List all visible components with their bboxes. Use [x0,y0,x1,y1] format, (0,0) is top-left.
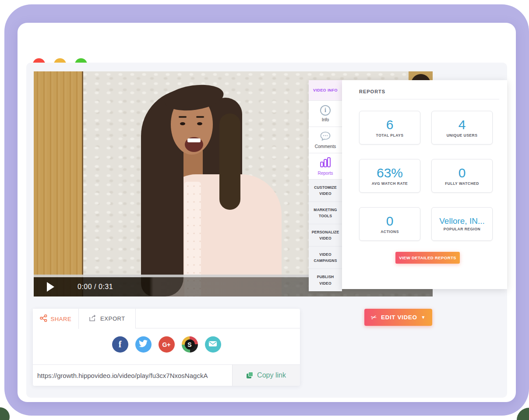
google-plus-share-button[interactable]: G+ [159,336,175,353]
tab-export[interactable]: EXPORT [79,309,136,328]
tab-personalize-video-label: PERSONALIZE VIDEO [310,229,340,242]
stat-value: 6 [386,118,394,132]
video-person-teeth [187,138,201,142]
video-person-brow [179,116,187,118]
video-wood-door [34,71,83,296]
tab-export-label: EXPORT [100,315,125,322]
stat-label: POPULAR REGION [444,227,480,231]
stat-value: Vellore, IN... [439,217,485,226]
content-panel: 0:00 / 0:31 VIDEO INFO i Info [26,63,507,398]
stat-value: 4 [458,118,466,132]
tab-share-label: SHARE [51,316,72,322]
decor-corner-bottom-left [0,407,10,420]
social-icons-row: f G+ S [33,336,300,353]
stat-card-total-plays: 6 TOTAL PLAYS [359,111,420,145]
browser-window: 0:00 / 0:31 VIDEO INFO i Info [18,23,516,402]
stat-label: UNIQUE USERS [447,133,478,138]
export-icon [89,314,97,323]
sway-icon: S [185,339,195,349]
reports-icon [319,157,332,169]
facebook-icon: f [119,339,122,349]
video-sidebar-tabs: VIDEO INFO i Info Comments [309,80,342,291]
tab-comments-label: Comments [315,144,336,149]
stat-label: FULLY WATCHED [445,181,479,186]
video-time-display: 0:00 / 0:31 [78,277,113,296]
facebook-share-button[interactable]: f [112,336,128,353]
tab-personalize-video[interactable]: PERSONALIZE VIDEO [309,224,342,247]
email-icon [208,340,217,349]
tab-publish-video[interactable]: PUBLISH VIDEO [309,269,342,291]
copy-link-button[interactable]: Copy link [232,365,300,386]
share-export-card: SHARE EXPORT f [33,309,300,385]
divider [359,99,499,99]
tab-video-info[interactable]: VIDEO INFO [309,80,342,101]
edit-video-button[interactable]: ✂ EDIT VIDEO ▼ [364,309,432,326]
email-share-button[interactable] [205,336,221,353]
twitter-share-button[interactable] [135,336,152,353]
info-icon: i [320,105,331,116]
stat-value: 0 [458,166,466,180]
share-url-input[interactable] [33,365,232,386]
share-tabbar: SHARE EXPORT [33,309,300,328]
tab-customize-video-label: CUSTOMIZE VIDEO [310,184,340,197]
tab-marketing-tools[interactable]: MARKETING TOOLS [309,202,342,224]
tab-video-campaigns-label: VIDEO CAMPAIGNS [310,251,340,264]
video-person-hair-front-right [219,113,240,210]
reports-panel-title: REPORTS [359,89,385,94]
tab-reports-label: Reports [317,171,333,176]
stat-value: 0 [386,214,394,228]
tab-marketing-tools-label: MARKETING TOOLS [310,207,340,219]
video-person-eye [180,122,185,125]
stat-label: ACTIONS [381,229,399,234]
reports-panel: REPORTS 6 TOTAL PLAYS 4 UNIQUE USERS 63%… [342,80,507,289]
tab-video-info-label: VIDEO INFO [313,87,338,93]
chevron-down-icon: ▼ [421,315,426,320]
edit-video-label: EDIT VIDEO [381,314,417,321]
tab-info[interactable]: i Info [309,101,342,127]
page: 0:00 / 0:31 VIDEO INFO i Info [0,0,529,420]
tab-comments[interactable]: Comments [309,127,342,153]
sway-share-button[interactable]: S [182,336,198,353]
share-url-row: Copy link [33,364,300,385]
tab-publish-video-label: PUBLISH VIDEO [310,274,340,286]
stat-card-unique-users: 4 UNIQUE USERS [431,111,493,145]
scissors-icon: ✂ [370,313,378,322]
comments-icon [320,131,331,142]
tab-video-campaigns[interactable]: VIDEO CAMPAIGNS [309,247,342,269]
tab-reports[interactable]: Reports [309,153,342,180]
twitter-icon [139,340,148,349]
view-detailed-reports-button[interactable]: VIEW DETAILED REPORTS [395,252,460,264]
share-icon [40,314,47,323]
tab-customize-video[interactable]: CUSTOMIZE VIDEO [309,180,342,202]
video-person-brow [196,116,204,118]
tab-info-label: Info [322,117,329,122]
video-person-eye [197,122,202,125]
stat-card-avg-watch-rate: 63% AVG WATCH RATE [359,159,420,193]
stat-value: 63% [377,166,403,180]
stat-card-actions: 0 ACTIONS [359,207,420,241]
copy-link-label: Copy link [257,371,286,379]
google-plus-icon: G+ [162,341,170,348]
play-button[interactable] [47,282,54,292]
copy-icon [247,372,254,379]
stat-card-fully-watched: 0 FULLY WATCHED [431,159,493,193]
tab-share[interactable]: SHARE [33,309,79,329]
stat-label: AVG WATCH RATE [372,181,408,186]
stat-card-popular-region: Vellore, IN... POPULAR REGION [431,207,493,241]
stat-label: TOTAL PLAYS [376,133,404,138]
